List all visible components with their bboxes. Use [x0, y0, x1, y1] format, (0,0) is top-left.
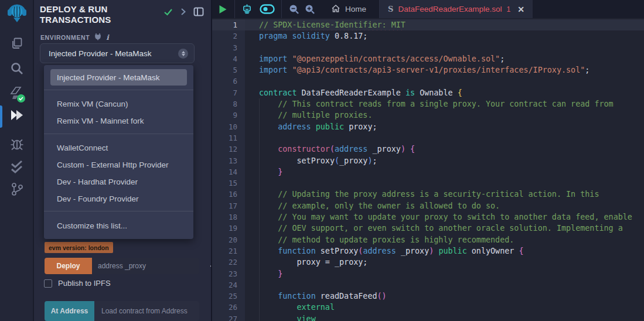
panel-title: DEPLOY & RUN TRANSACTIONS	[40, 4, 157, 25]
code-line[interactable]: 6	[212, 76, 644, 87]
dropdown-item[interactable]: Injected Provider - MetaMask	[50, 69, 187, 86]
code-line[interactable]: 24	[212, 279, 644, 291]
code-line[interactable]: 7contract DataFeedReaderExample is Ownab…	[212, 87, 644, 98]
dropdown-item[interactable]: WalletConnect	[50, 139, 187, 156]
code-line-content: // OEV support, or even switch to anothe…	[245, 223, 644, 234]
code-line[interactable]: 16 // Updating the proxy address is a se…	[212, 189, 644, 200]
publish-ipfs-label: Publish to IPFS	[58, 279, 111, 288]
file-explorer-icon[interactable]	[0, 36, 33, 50]
code-line[interactable]: 3	[212, 42, 644, 53]
line-number: 10	[212, 121, 245, 132]
pin-panel-icon[interactable]	[193, 7, 204, 19]
line-number: 25	[212, 291, 245, 302]
tab-close-icon[interactable]: ✕	[517, 5, 524, 14]
code-line-content: function setProxy(address _proxy) public…	[245, 245, 644, 257]
code-line[interactable]: 10 address public proxy;	[212, 121, 644, 132]
search-icon[interactable]	[0, 61, 33, 76]
deploy-button[interactable]: Deploy	[45, 258, 92, 274]
indent-guide	[259, 98, 260, 321]
editor-area: Home S DataFeedReaderExample.sol 1 ✕ 1//…	[211, 0, 644, 321]
at-address-input[interactable]	[94, 301, 199, 321]
remix-ide: DEPLOY & RUN TRANSACTIONS ENVIRONMENT i …	[0, 0, 644, 321]
dropdown-item[interactable]: Remix VM (Cancun)	[50, 95, 187, 112]
code-line[interactable]: 20 // method to update proxies is highly…	[212, 234, 644, 245]
git-icon[interactable]	[0, 182, 33, 197]
code-line[interactable]: 14 }	[212, 166, 644, 177]
collapse-chevron-icon[interactable]	[180, 8, 186, 18]
code-line-content	[245, 279, 644, 291]
code-line[interactable]: 22 proxy = _proxy;	[212, 257, 644, 268]
select-arrows-icon	[178, 49, 188, 59]
tab-home[interactable]: Home	[319, 0, 377, 18]
info-icon[interactable]: i	[106, 33, 109, 42]
line-number: 15	[212, 177, 245, 189]
dropdown-item[interactable]: Dev - Hardhat Provider	[50, 173, 187, 190]
deploy-run-panel: DEPLOY & RUN TRANSACTIONS ENVIRONMENT i …	[34, 0, 211, 321]
ai-copilot-toggle-icon[interactable]	[260, 4, 275, 14]
code-line[interactable]: 8 // This contract reads from a single p…	[212, 98, 644, 110]
code-line[interactable]: 25 function readDataFeed()	[212, 291, 644, 302]
code-line[interactable]: 21 function setProxy(address _proxy) pub…	[212, 245, 644, 257]
remix-logo-icon[interactable]	[0, 2, 33, 26]
status-check-icon	[163, 8, 173, 18]
code-line[interactable]: 26 external	[212, 302, 644, 313]
unit-testing-icon[interactable]	[0, 159, 33, 175]
line-number: 21	[212, 245, 245, 257]
code-line-content: contract DataFeedReaderExample is Ownabl…	[245, 87, 644, 98]
code-line[interactable]: 15	[212, 177, 644, 189]
code-line-content	[245, 177, 644, 189]
line-number: 13	[212, 155, 245, 166]
toolbar-divider	[234, 0, 235, 18]
code-line-content	[245, 42, 644, 53]
at-address-button[interactable]: At Address	[45, 301, 94, 321]
code-line[interactable]: 2pragma solidity 0.8.17;	[212, 30, 644, 42]
solidity-compiler-icon[interactable]	[0, 86, 33, 104]
code-line[interactable]: 27 view	[212, 313, 644, 321]
code-line-content: // Updating the proxy address is a secur…	[245, 189, 644, 200]
code-line-content: }	[245, 166, 644, 177]
dropdown-item[interactable]: Customize this list...	[50, 217, 187, 234]
environment-select[interactable]: Injected Provider - MetaMask	[40, 43, 195, 63]
debugger-icon[interactable]	[0, 136, 33, 151]
code-line[interactable]: 11	[212, 132, 644, 144]
code-line-content: import "@api3/contracts/api3-server-v1/p…	[245, 64, 644, 76]
run-script-icon[interactable]	[219, 5, 227, 14]
line-number: 4	[212, 53, 245, 64]
dropdown-item[interactable]: Custom - External Http Provider	[50, 156, 187, 173]
code-line-content: constructor(address _proxy) {	[245, 144, 644, 155]
dropdown-item[interactable]: Remix VM - Mainnet fork	[50, 112, 187, 129]
ai-assistant-icon[interactable]	[241, 4, 253, 15]
environment-label: ENVIRONMENT	[40, 34, 90, 41]
line-number: 17	[212, 200, 245, 211]
tab-datafeedreaderexample[interactable]: S DataFeedReaderExample.sol 1 ✕	[379, 0, 533, 18]
code-line-content: // multiple proxies.	[245, 110, 644, 121]
zoom-out-icon[interactable]	[289, 4, 299, 14]
code-line[interactable]: 19 // OEV support, or even switch to ano…	[212, 223, 644, 234]
code-line-content: }	[245, 268, 644, 279]
code-line[interactable]: 5import "@api3/contracts/api3-server-v1/…	[212, 64, 644, 76]
icon-rail	[0, 0, 33, 321]
code-line[interactable]: 13 setProxy(_proxy);	[212, 155, 644, 166]
code-line[interactable]: 4import "@openzeppelin/contracts/access/…	[212, 53, 644, 64]
code-editor[interactable]: 1// SPDX-License-Identifier: MIT2pragma …	[212, 18, 644, 321]
code-line-content: pragma solidity 0.8.17;	[245, 30, 644, 42]
deploy-args-input[interactable]	[92, 258, 199, 274]
tab-error-badge: 1	[507, 5, 511, 13]
line-number: 27	[212, 313, 245, 321]
code-line[interactable]: 9 // multiple proxies.	[212, 110, 644, 121]
dropdown-item[interactable]: Dev - Foundry Provider	[50, 190, 187, 207]
code-line[interactable]: 23 }	[212, 268, 644, 279]
code-line[interactable]: 1// SPDX-License-Identifier: MIT	[212, 19, 644, 30]
code-line-content: import "@openzeppelin/contracts/access/O…	[245, 53, 644, 64]
code-line[interactable]: 18 // You may want to update your proxy …	[212, 211, 644, 223]
publish-ipfs-checkbox[interactable]	[44, 279, 52, 288]
code-line[interactable]: 12 constructor(address _proxy) {	[212, 144, 644, 155]
deploy-and-run-icon[interactable]	[0, 108, 33, 123]
line-number: 18	[212, 211, 245, 223]
line-number: 19	[212, 223, 245, 234]
plug-icon	[94, 32, 101, 43]
zoom-in-icon[interactable]	[305, 4, 315, 14]
line-number: 6	[212, 76, 245, 87]
tab-file-label: DataFeedReaderExample.sol	[398, 5, 502, 13]
code-line[interactable]: 17 // example, only the owner is allowed…	[212, 200, 644, 211]
